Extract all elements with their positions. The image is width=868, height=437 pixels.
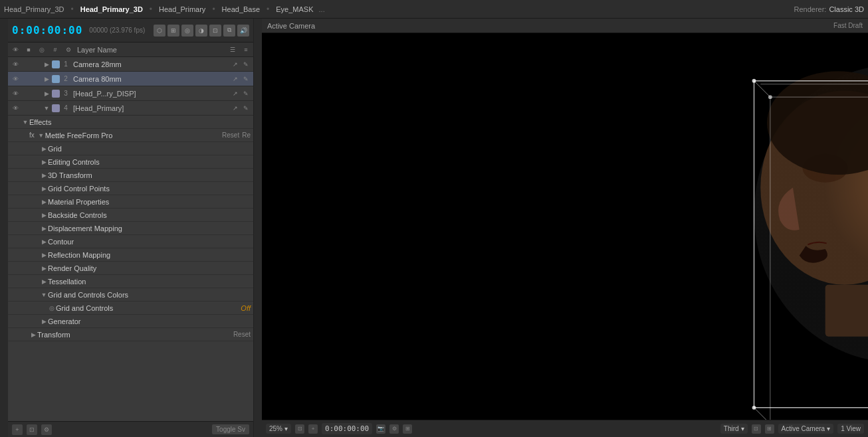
active-camera-control[interactable]: Active Camera ▾: [778, 424, 834, 434]
camera-icon[interactable]: 📷: [376, 424, 385, 434]
layer-edit-4[interactable]: ✎: [241, 104, 251, 113]
tree-item-render-quality[interactable]: ▶ Render Quality: [8, 262, 253, 275]
render-quality-arrow[interactable]: ▶: [40, 264, 48, 272]
timeline-icon-3[interactable]: ◎: [181, 25, 193, 37]
tree-item-grid-control-points[interactable]: ▶ Grid Control Points: [8, 182, 253, 195]
layer-action-3[interactable]: ↗: [231, 89, 240, 98]
view-option-icon[interactable]: ⊡: [752, 424, 761, 434]
grid-control-points-arrow[interactable]: ▶: [40, 185, 48, 193]
tree-item-generator[interactable]: ▶ Generator: [8, 315, 253, 328]
transform-arrow[interactable]: ▶: [29, 331, 37, 339]
timeline-icon-2[interactable]: ⊞: [167, 25, 179, 37]
tree-item-contour[interactable]: ▶ Contour: [8, 235, 253, 248]
grid-colors-arrow[interactable]: ▼: [40, 291, 48, 299]
label-header-icon[interactable]: #: [51, 45, 60, 54]
view-layout-control[interactable]: 1 View: [837, 424, 864, 434]
bottom-icon-1[interactable]: +: [12, 424, 23, 435]
layer-eye-3[interactable]: 👁: [11, 89, 20, 98]
tree-item-grid-colors[interactable]: ▼ Grid and Controls Colors: [8, 288, 253, 302]
timecode-display[interactable]: 0:00:00:00: [322, 423, 372, 434]
layer-row-2[interactable]: 👁 ▶ 2 Camera 80mm ↗ ✎: [8, 72, 253, 86]
grid-and-controls-arrow[interactable]: ◎: [48, 304, 56, 312]
layer-expand-2[interactable]: ▶: [43, 75, 51, 83]
solo-header-icon[interactable]: ◎: [37, 45, 47, 54]
layer-row-4[interactable]: 👁 ▼ 4 [Head_Primary] ↗ ✎: [8, 101, 253, 116]
tab-head-base[interactable]: Head_Base: [219, 5, 263, 14]
plugin-reset-btn[interactable]: Reset: [222, 131, 239, 139]
more-header-icon[interactable]: ⚙: [64, 45, 73, 54]
tree-item-tessellation[interactable]: ▶ Tessellation: [8, 275, 253, 288]
tree-item-material-properties[interactable]: ▶ Material Properties: [8, 195, 253, 209]
timeline-icon-4[interactable]: ◑: [195, 25, 207, 37]
tree-item-editing-controls[interactable]: ▶ Editing Controls: [8, 155, 253, 169]
layer-expand-3[interactable]: ▶: [43, 90, 51, 98]
vertical-scrollbar[interactable]: [254, 19, 262, 437]
third-control[interactable]: Third ▾: [720, 424, 748, 434]
renderer-value[interactable]: Classic 3D: [829, 5, 864, 13]
layer-eye-1[interactable]: 👁: [11, 60, 20, 69]
layer-expand-4[interactable]: ▼: [43, 104, 51, 112]
backside-controls-arrow[interactable]: ▶: [40, 211, 48, 219]
reflection-mapping-arrow[interactable]: ▶: [40, 251, 48, 259]
zoom-control[interactable]: 25% ▾: [266, 424, 291, 434]
layer-eye-4[interactable]: 👁: [11, 104, 20, 113]
more-tabs-dots[interactable]: ...: [319, 5, 325, 13]
tree-item-reflection-mapping[interactable]: ▶ Reflection Mapping: [8, 248, 253, 262]
third-dropdown-arrow[interactable]: ▾: [741, 425, 744, 432]
tree-item-transform[interactable]: ▶ Transform Reset: [8, 328, 253, 341]
status-timecode: 0:00:00:00: [325, 424, 369, 433]
material-properties-arrow[interactable]: ▶: [40, 198, 48, 206]
3d-transform-arrow[interactable]: ▶: [40, 171, 48, 179]
bottom-icon-2[interactable]: ⊡: [27, 424, 37, 435]
bottom-icon-3[interactable]: ⚙: [41, 424, 52, 435]
tree-item-displacement-mapping[interactable]: ▶ Displacement Mapping: [8, 222, 253, 235]
toggle-sv-button[interactable]: Toggle Sv: [212, 424, 249, 434]
lock-header-icon[interactable]: ■: [24, 45, 33, 54]
layer-eye-2[interactable]: 👁: [11, 74, 20, 84]
eye-header-icon[interactable]: 👁: [11, 45, 20, 54]
grid-view-icon[interactable]: ⊞: [765, 424, 774, 434]
generator-arrow[interactable]: ▶: [40, 317, 48, 325]
layer-edit-3[interactable]: ✎: [241, 89, 251, 98]
fit-view-icon[interactable]: ⊡: [295, 424, 304, 434]
zoom-dropdown-arrow[interactable]: ▾: [284, 425, 288, 432]
layer-edit-1[interactable]: ✎: [241, 60, 251, 69]
editing-controls-arrow[interactable]: ▶: [40, 158, 48, 166]
grid-arrow[interactable]: ▶: [40, 145, 48, 153]
displacement-mapping-arrow[interactable]: ▶: [40, 224, 48, 232]
timeline-icon-7[interactable]: 🔊: [237, 25, 249, 37]
layer-action-2[interactable]: ↗: [231, 74, 240, 84]
timeline-icon-1[interactable]: ⬡: [154, 25, 165, 37]
tab-eye-mask[interactable]: Eye_MASK: [273, 5, 316, 14]
tree-item-backside-controls[interactable]: ▶ Backside Controls: [8, 209, 253, 222]
plugin-expand-arrow[interactable]: ▼: [37, 131, 45, 139]
settings-icon[interactable]: ⚙: [389, 424, 399, 434]
layer-name-2: Camera 80mm: [72, 75, 229, 83]
active-camera-arrow[interactable]: ▾: [827, 425, 830, 432]
tab-head-primary[interactable]: Head_Primary: [156, 5, 208, 14]
timeline-icon-5[interactable]: ⊡: [209, 25, 221, 37]
layer-row-3[interactable]: 👁 ▶ 3 [Head_P...ry_DISP] ↗ ✎: [8, 86, 253, 101]
effects-section-row[interactable]: ▼ Effects: [8, 116, 253, 129]
tree-item-3d-transform[interactable]: ▶ 3D Transform: [8, 169, 253, 182]
contour-arrow[interactable]: ▶: [40, 238, 48, 246]
tree-item-grid-and-controls[interactable]: ◎ Grid and Controls Off: [8, 302, 253, 315]
layer-options-icon[interactable]: ☰: [228, 45, 237, 54]
transform-reset-btn[interactable]: Reset: [233, 331, 251, 338]
tessellation-arrow[interactable]: ▶: [40, 278, 48, 286]
plugin-re-btn[interactable]: Re: [242, 131, 251, 139]
grid-and-controls-value[interactable]: Off: [241, 304, 251, 312]
layer-edit-2[interactable]: ✎: [241, 74, 251, 84]
zoom-in-icon[interactable]: +: [308, 424, 318, 434]
layer-expand-1[interactable]: ▶: [43, 60, 51, 68]
layer-action-1[interactable]: ↗: [231, 60, 240, 69]
grid-icon[interactable]: ⊞: [403, 424, 412, 434]
plugin-row[interactable]: fx ▼ Mettle FreeForm Pro Reset Re: [8, 129, 253, 142]
tab-head-primary-3d[interactable]: Head_Primary_3D: [78, 5, 146, 14]
layer-more-icon[interactable]: ≡: [241, 45, 251, 54]
layer-row-1[interactable]: 👁 ▶ 1 Camera 28mm ↗ ✎: [8, 57, 253, 72]
tree-item-grid[interactable]: ▶ Grid: [8, 142, 253, 155]
effects-expand-arrow[interactable]: ▼: [21, 118, 29, 126]
layer-action-4[interactable]: ↗: [231, 104, 240, 113]
timeline-icon-6[interactable]: ⧉: [223, 25, 235, 37]
